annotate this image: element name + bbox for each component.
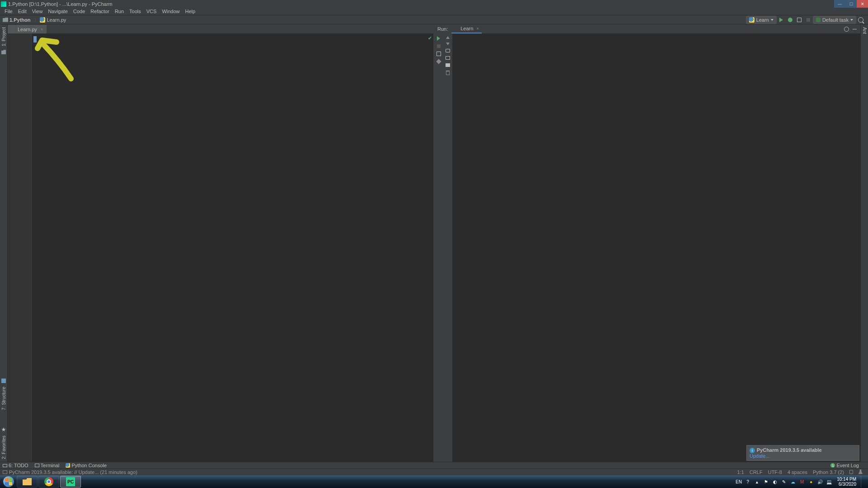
language-indicator[interactable]: EN [735, 479, 742, 484]
python-interpreter-status[interactable]: Python 3.7 (2) [810, 469, 847, 475]
todo-tool-button[interactable]: 6: TODO [3, 463, 35, 468]
menu-tools[interactable]: Tools [127, 9, 144, 14]
menu-vcs[interactable]: VCS [144, 9, 160, 14]
tray-network-icon[interactable]: 💻 [826, 479, 832, 485]
task-config-label: Default task [822, 17, 849, 23]
scroll-icon [446, 56, 450, 60]
python-file-icon [40, 17, 45, 23]
menubar: File Edit View Navigate Code Refactor Ru… [0, 8, 868, 15]
run-output[interactable]: iPyCharm 2019.3.5 available Update... [453, 33, 860, 462]
tray-app-icon-4[interactable]: ● [808, 479, 814, 485]
debug-button[interactable] [786, 18, 795, 22]
tray-help-icon[interactable]: ? [745, 479, 751, 485]
show-desktop-button[interactable] [861, 476, 865, 488]
editor-content[interactable]: ✔ [32, 33, 433, 462]
status-message[interactable]: PyCharm 2019.3.5 available: // Update...… [9, 469, 138, 475]
layout-button[interactable] [436, 52, 441, 56]
editor-body[interactable]: ✔ [8, 33, 433, 462]
up-stack-button[interactable] [446, 36, 450, 39]
sidebar-item-ant[interactable]: Ant [862, 24, 867, 37]
lock-icon [849, 470, 853, 474]
terminal-tool-button[interactable]: Terminal [35, 463, 66, 468]
close-tab-icon[interactable]: × [476, 26, 479, 31]
python-file-icon [11, 27, 16, 32]
search-everywhere-button[interactable] [856, 17, 865, 23]
menu-file[interactable]: File [2, 9, 15, 14]
tray-action-center-icon[interactable]: ⚑ [763, 479, 769, 485]
close-tab-icon[interactable]: × [41, 27, 43, 32]
rerun-button[interactable] [437, 36, 440, 41]
maximize-button[interactable]: ☐ [845, 0, 857, 8]
tray-gmail-icon[interactable]: M [799, 479, 805, 485]
menu-view[interactable]: View [29, 9, 46, 14]
ant-tool-label: Ant [862, 24, 867, 37]
sidebar-item-favorites[interactable]: 2: Favorites [1, 433, 6, 462]
sidebar-item-project[interactable]: 1: Project [1, 24, 6, 49]
sidebar-item-structure[interactable]: 7: Structure [1, 384, 6, 413]
stop-run-button[interactable] [437, 44, 441, 48]
scroll-to-end-button[interactable] [446, 56, 450, 60]
taskbar-item-chrome[interactable] [38, 476, 59, 488]
breadcrumb-project[interactable]: 1.Python [3, 17, 33, 23]
tool-window-quick-access-icon[interactable] [3, 470, 7, 474]
tray-volume-icon[interactable]: 🔊 [817, 479, 823, 485]
indent-status[interactable]: 4 spaces [785, 469, 810, 475]
menu-navigate[interactable]: Navigate [45, 9, 70, 14]
down-stack-button[interactable] [446, 43, 450, 45]
menu-window[interactable]: Window [159, 9, 182, 14]
run-tab-learn[interactable]: Learn × [451, 24, 481, 33]
tray-app-icon-3[interactable]: ☁ [790, 479, 796, 485]
inspector-icon [859, 469, 863, 474]
tray-app-icon-2[interactable]: ✎ [781, 479, 787, 485]
inspection-ok-icon[interactable]: ✔ [428, 35, 432, 41]
event-log-tool-button[interactable]: 1 Event Log [830, 463, 865, 468]
settings-icon[interactable] [844, 27, 849, 32]
ide-errors-icon[interactable] [856, 469, 865, 475]
notification-update-link[interactable]: Update... [749, 453, 856, 459]
taskbar-clock[interactable]: 10:14 PM 6/3/2020 [835, 477, 858, 487]
taskbar-item-pycharm[interactable]: PC [60, 476, 81, 488]
tray-show-hidden-icon[interactable]: ▴ [754, 479, 760, 485]
print-button[interactable] [446, 63, 450, 67]
file-encoding[interactable]: UTF-8 [765, 469, 785, 475]
info-icon: i [749, 448, 755, 453]
event-log-label: Event Log [836, 463, 859, 468]
system-tray: EN ? ▴ ⚑ ◐ ✎ ☁ M ● 🔊 💻 10:14 PM 6/3/2020 [735, 476, 867, 488]
menu-code[interactable]: Code [71, 9, 88, 14]
status-bar: PyCharm 2019.3.5 available: // Update...… [0, 469, 868, 475]
run-button[interactable] [777, 18, 786, 22]
stop-button[interactable] [804, 18, 813, 22]
update-notification[interactable]: iPyCharm 2019.3.5 available Update... [746, 445, 859, 461]
minimize-tool-icon[interactable] [853, 29, 857, 29]
editor-tab-learn[interactable]: Learn.py × [8, 24, 47, 33]
annotation-arrow [34, 36, 88, 90]
menu-refactor[interactable]: Refactor [88, 9, 112, 14]
pin-tab-button[interactable] [437, 60, 441, 63]
clock-date: 6/3/2020 [837, 482, 856, 487]
menu-help[interactable]: Help [182, 9, 198, 14]
minimize-button[interactable]: — [834, 0, 845, 8]
start-button[interactable] [1, 476, 16, 488]
chevron-down-icon [771, 19, 773, 21]
run-with-coverage-button[interactable] [795, 18, 804, 22]
menu-edit[interactable]: Edit [15, 9, 29, 14]
task-config-selector[interactable]: Default task [813, 16, 856, 24]
breadcrumb-file-label: Learn.py [47, 17, 66, 23]
run-body: iPyCharm 2019.3.5 available Update... [434, 33, 860, 462]
close-button[interactable]: ✕ [857, 0, 868, 8]
menu-run[interactable]: Run [112, 9, 127, 14]
breadcrumb-file[interactable]: Learn.py [40, 17, 69, 23]
soft-wrap-button[interactable] [446, 49, 450, 52]
clear-all-button[interactable] [446, 71, 450, 75]
readonly-toggle[interactable] [847, 469, 856, 475]
pin-icon [436, 59, 441, 64]
navigation-bar: 1.Python 〉 Learn.py Learn Default task [0, 15, 868, 24]
taskbar-item-explorer[interactable] [17, 476, 38, 488]
run-config-selector[interactable]: Learn [746, 16, 777, 24]
chevron-down-icon [850, 19, 853, 21]
line-separator[interactable]: CRLF [747, 469, 765, 475]
python-console-tool-button[interactable]: Python Console [66, 463, 113, 468]
tray-app-icon-1[interactable]: ◐ [772, 479, 778, 485]
python-icon [749, 17, 754, 23]
caret-position[interactable]: 1:1 [735, 469, 747, 475]
